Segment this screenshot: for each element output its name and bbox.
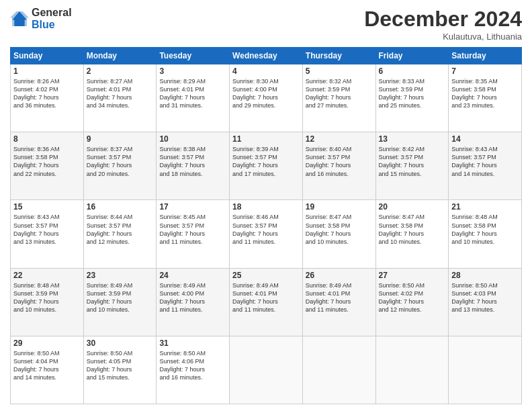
- table-row: 20Sunrise: 8:47 AMSunset: 3:58 PMDayligh…: [375, 200, 449, 268]
- col-tuesday: Tuesday: [157, 48, 230, 64]
- day-info: Sunrise: 8:45 AMSunset: 3:57 PMDaylight:…: [159, 213, 226, 246]
- day-info: Sunrise: 8:36 AMSunset: 3:58 PMDaylight:…: [13, 145, 81, 178]
- day-number: 11: [232, 134, 300, 144]
- day-number: 6: [379, 66, 446, 76]
- table-row: 16Sunrise: 8:44 AMSunset: 3:57 PMDayligh…: [83, 200, 157, 268]
- logo: General Blue: [10, 7, 72, 30]
- table-row: 22Sunrise: 8:48 AMSunset: 3:59 PMDayligh…: [11, 268, 84, 336]
- day-number: 18: [232, 202, 300, 212]
- day-info: Sunrise: 8:49 AMSunset: 4:01 PMDaylight:…: [232, 281, 300, 314]
- logo-text: General Blue: [32, 7, 72, 30]
- col-sunday: Sunday: [11, 48, 84, 64]
- col-monday: Monday: [83, 48, 157, 64]
- calendar-header-row: Sunday Monday Tuesday Wednesday Thursday…: [11, 48, 522, 64]
- day-number: 5: [306, 66, 373, 76]
- day-number: 7: [451, 66, 519, 76]
- table-row: 30Sunrise: 8:50 AMSunset: 4:05 PMDayligh…: [83, 336, 157, 404]
- table-row: 27Sunrise: 8:50 AMSunset: 4:02 PMDayligh…: [375, 268, 449, 336]
- table-row: 24Sunrise: 8:49 AMSunset: 4:00 PMDayligh…: [157, 268, 230, 336]
- calendar-week-row: 1Sunrise: 8:26 AMSunset: 4:02 PMDaylight…: [11, 64, 522, 132]
- day-number: 24: [159, 271, 226, 280]
- table-row: [375, 336, 449, 404]
- table-row: 25Sunrise: 8:49 AMSunset: 4:01 PMDayligh…: [230, 268, 303, 336]
- title-block: December 2024 Kulautuva, Lithuania: [364, 7, 522, 42]
- logo-blue: Blue: [32, 19, 72, 31]
- day-number: 21: [451, 202, 519, 212]
- day-info: Sunrise: 8:50 AMSunset: 4:02 PMDaylight:…: [379, 281, 446, 314]
- month-title: December 2024: [364, 7, 522, 32]
- table-row: 9Sunrise: 8:37 AMSunset: 3:57 PMDaylight…: [83, 132, 157, 200]
- table-row: 23Sunrise: 8:49 AMSunset: 3:59 PMDayligh…: [83, 268, 157, 336]
- day-number: 1: [13, 66, 81, 76]
- day-info: Sunrise: 8:43 AMSunset: 3:57 PMDaylight:…: [13, 213, 81, 246]
- day-info: Sunrise: 8:27 AMSunset: 4:01 PMDaylight:…: [87, 77, 154, 110]
- day-info: Sunrise: 8:44 AMSunset: 3:57 PMDaylight:…: [87, 213, 154, 246]
- day-info: Sunrise: 8:37 AMSunset: 3:57 PMDaylight:…: [87, 145, 154, 178]
- col-saturday: Saturday: [449, 48, 522, 64]
- table-row: 14Sunrise: 8:43 AMSunset: 3:57 PMDayligh…: [449, 132, 522, 200]
- day-number: 9: [87, 134, 154, 144]
- day-info: Sunrise: 8:50 AMSunset: 4:04 PMDaylight:…: [13, 349, 81, 382]
- table-row: 1Sunrise: 8:26 AMSunset: 4:02 PMDaylight…: [11, 64, 84, 132]
- header: General Blue December 2024 Kulautuva, Li…: [10, 7, 522, 42]
- day-number: 14: [451, 134, 519, 144]
- table-row: 3Sunrise: 8:29 AMSunset: 4:01 PMDaylight…: [157, 64, 230, 132]
- day-info: Sunrise: 8:50 AMSunset: 4:03 PMDaylight:…: [451, 281, 519, 314]
- day-info: Sunrise: 8:46 AMSunset: 3:57 PMDaylight:…: [232, 213, 300, 246]
- calendar-week-row: 8Sunrise: 8:36 AMSunset: 3:58 PMDaylight…: [11, 132, 522, 200]
- table-row: 19Sunrise: 8:47 AMSunset: 3:58 PMDayligh…: [302, 200, 375, 268]
- day-number: 13: [379, 134, 446, 144]
- logo-general: General: [32, 7, 72, 19]
- table-row: [449, 336, 522, 404]
- day-number: 25: [232, 271, 300, 280]
- table-row: 18Sunrise: 8:46 AMSunset: 3:57 PMDayligh…: [230, 200, 303, 268]
- day-number: 28: [451, 271, 519, 280]
- day-info: Sunrise: 8:33 AMSunset: 3:59 PMDaylight:…: [379, 77, 446, 110]
- table-row: 29Sunrise: 8:50 AMSunset: 4:04 PMDayligh…: [11, 336, 84, 404]
- day-info: Sunrise: 8:29 AMSunset: 4:01 PMDaylight:…: [159, 77, 226, 110]
- day-info: Sunrise: 8:50 AMSunset: 4:06 PMDaylight:…: [159, 349, 226, 382]
- day-info: Sunrise: 8:38 AMSunset: 3:57 PMDaylight:…: [159, 145, 226, 178]
- day-info: Sunrise: 8:42 AMSunset: 3:57 PMDaylight:…: [379, 145, 446, 178]
- day-info: Sunrise: 8:47 AMSunset: 3:58 PMDaylight:…: [379, 213, 446, 246]
- table-row: 5Sunrise: 8:32 AMSunset: 3:59 PMDaylight…: [302, 64, 375, 132]
- day-info: Sunrise: 8:39 AMSunset: 3:57 PMDaylight:…: [232, 145, 300, 178]
- day-info: Sunrise: 8:40 AMSunset: 3:57 PMDaylight:…: [306, 145, 373, 178]
- table-row: 7Sunrise: 8:35 AMSunset: 3:58 PMDaylight…: [449, 64, 522, 132]
- table-row: 4Sunrise: 8:30 AMSunset: 4:00 PMDaylight…: [230, 64, 303, 132]
- table-row: 26Sunrise: 8:49 AMSunset: 4:01 PMDayligh…: [302, 268, 375, 336]
- table-row: 28Sunrise: 8:50 AMSunset: 4:03 PMDayligh…: [449, 268, 522, 336]
- day-number: 8: [13, 134, 81, 144]
- col-friday: Friday: [375, 48, 449, 64]
- col-wednesday: Wednesday: [230, 48, 303, 64]
- generalblue-icon: [10, 9, 29, 28]
- day-number: 2: [87, 66, 154, 76]
- table-row: 13Sunrise: 8:42 AMSunset: 3:57 PMDayligh…: [375, 132, 449, 200]
- table-row: 2Sunrise: 8:27 AMSunset: 4:01 PMDaylight…: [83, 64, 157, 132]
- day-info: Sunrise: 8:48 AMSunset: 3:58 PMDaylight:…: [451, 213, 519, 246]
- table-row: 15Sunrise: 8:43 AMSunset: 3:57 PMDayligh…: [11, 200, 84, 268]
- col-thursday: Thursday: [302, 48, 375, 64]
- day-number: 29: [13, 338, 81, 348]
- day-info: Sunrise: 8:30 AMSunset: 4:00 PMDaylight:…: [232, 77, 300, 110]
- day-info: Sunrise: 8:49 AMSunset: 4:00 PMDaylight:…: [159, 281, 226, 314]
- table-row: 31Sunrise: 8:50 AMSunset: 4:06 PMDayligh…: [157, 336, 230, 404]
- table-row: [302, 336, 375, 404]
- day-info: Sunrise: 8:49 AMSunset: 3:59 PMDaylight:…: [87, 281, 154, 314]
- day-number: 23: [87, 271, 154, 280]
- table-row: 12Sunrise: 8:40 AMSunset: 3:57 PMDayligh…: [302, 132, 375, 200]
- day-info: Sunrise: 8:35 AMSunset: 3:58 PMDaylight:…: [451, 77, 519, 110]
- table-row: 10Sunrise: 8:38 AMSunset: 3:57 PMDayligh…: [157, 132, 230, 200]
- day-number: 10: [159, 134, 226, 144]
- day-info: Sunrise: 8:48 AMSunset: 3:59 PMDaylight:…: [13, 281, 81, 314]
- day-number: 26: [306, 271, 373, 280]
- day-info: Sunrise: 8:50 AMSunset: 4:05 PMDaylight:…: [87, 349, 154, 382]
- day-number: 15: [13, 202, 81, 212]
- location: Kulautuva, Lithuania: [364, 32, 522, 42]
- day-number: 3: [159, 66, 226, 76]
- calendar-week-row: 22Sunrise: 8:48 AMSunset: 3:59 PMDayligh…: [11, 268, 522, 336]
- day-number: 17: [159, 202, 226, 212]
- day-info: Sunrise: 8:47 AMSunset: 3:58 PMDaylight:…: [306, 213, 373, 246]
- table-row: 6Sunrise: 8:33 AMSunset: 3:59 PMDaylight…: [375, 64, 449, 132]
- table-row: 21Sunrise: 8:48 AMSunset: 3:58 PMDayligh…: [449, 200, 522, 268]
